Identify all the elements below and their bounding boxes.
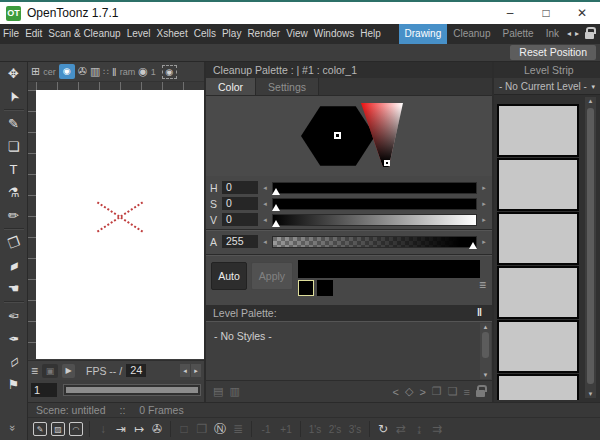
step-2s-button[interactable]: 2's [327,424,343,435]
scroll-up-icon[interactable]: ▲ [480,324,491,330]
reframe-icon[interactable]: ≣ [231,422,245,436]
freeze-palette-icon[interactable]: ‖ [477,305,482,321]
room-tab-ink[interactable]: Ink [540,24,565,44]
fps-decrease-button[interactable]: ◂ [180,364,190,377]
value-slider-track[interactable] [272,214,477,226]
previous-key-icon[interactable]: < [392,386,398,398]
camera-capture-icon[interactable]: ✇ [150,422,164,436]
level-strip-frame[interactable] [497,158,579,211]
menu-item-cells[interactable]: Cells [191,24,219,44]
save-palette-as-icon[interactable]: ▥ [229,385,239,398]
scroll-up-icon[interactable]: ▲ [585,98,596,104]
save-preview-icon[interactable]: ▣ [42,364,58,378]
maximize-button[interactable]: □ [528,2,564,24]
loop-icon[interactable]: ↻ [376,422,390,436]
sub-camera-preview-button[interactable]: ◉ [162,65,177,79]
level-strip-title[interactable]: Level Strip [494,62,600,78]
current-frame-field[interactable]: 1 [31,383,57,397]
set-key-icon[interactable]: ◇ [405,385,413,398]
style-picker-tool-button[interactable]: ☚ [0,277,28,300]
alpha-value-field[interactable]: 255 [222,235,258,248]
fps-increase-button[interactable]: ▸ [191,364,201,377]
camera-view-icon[interactable]: ✇ [78,65,87,78]
level-strip-frame[interactable] [497,374,579,400]
level-strip-frame[interactable] [497,266,579,319]
minimize-button[interactable]: – [492,2,528,24]
menu-item-help[interactable]: Help [357,24,384,44]
hexagon-cursor-icon[interactable] [334,132,341,139]
menu-item-render[interactable]: Render [244,24,283,44]
menu-item-xsheet[interactable]: Xsheet [154,24,191,44]
preview-eye-icon[interactable]: ◉ [138,65,148,78]
animate-tool-button[interactable]: ✥ [0,62,28,85]
menu-item-file[interactable]: File [0,24,22,44]
saturation-slider-track[interactable] [272,198,477,210]
room-scroll-left-icon[interactable]: ◂ [565,24,573,44]
control-point-editor-tool-button[interactable]: ⚑ [0,373,28,396]
scrollbar-thumb[interactable] [587,108,594,384]
save-palette-icon[interactable]: ▤ [213,385,223,398]
menu-item-play[interactable]: Play [219,24,244,44]
save-all-icon[interactable]: ↓ [96,422,110,436]
brush-tool-button[interactable]: ✎ [0,112,28,135]
hue-slider-thumb[interactable] [272,188,280,195]
step-minus-one-button[interactable]: -1 [258,424,274,435]
hue-slider-track[interactable] [272,182,477,194]
level-strip-frame[interactable] [497,104,579,157]
next-key-icon[interactable]: > [419,386,425,398]
export-level-icon[interactable]: ↦ [132,422,146,436]
cleanup-palette-title[interactable]: Cleanup Palette : | #1 : color_1 [206,62,492,78]
ruler-tool-button[interactable]: ▱ [0,350,28,373]
play-button[interactable]: ▶ [62,364,75,378]
hue-increase-icon[interactable]: ▸ [480,184,488,192]
step-plus-one-button[interactable]: +1 [278,424,294,435]
current-level-dropdown[interactable]: - No Current Level - ▾ [494,78,600,95]
scroll-down-icon[interactable]: ▼ [585,391,596,397]
geometric-tool-button[interactable]: ❏ [0,135,28,158]
toolbar-expander-button[interactable]: » [10,422,16,434]
alpha-slider-track[interactable] [272,236,477,248]
menu-item-level[interactable]: Level [124,24,154,44]
saturation-increase-icon[interactable]: ▸ [480,200,488,208]
room-tab-cleanup[interactable]: Cleanup [447,24,496,44]
level-strip-frame[interactable] [497,320,579,373]
reset-position-button[interactable]: Reset Position [510,45,596,60]
level-palette-styles-area[interactable]: - No Styles - ▲ ▼ [206,321,492,380]
level-palette-header[interactable]: Level Palette: ‖ [206,305,492,321]
value-slider-thumb[interactable] [272,220,280,227]
alpha-increase-icon[interactable]: ▸ [480,238,488,246]
palette-gizmo-icon[interactable]: ≡ [464,386,470,398]
frame-slider-groove[interactable] [66,387,198,393]
room-tab-palette[interactable]: Palette [496,24,539,44]
table-view-icon[interactable]: ⊞ [31,65,40,78]
fill-tool-button[interactable]: ⚗ [0,181,28,204]
alpha-decrease-icon[interactable]: ◂ [261,238,269,246]
eraser-tool-button[interactable]: ❒ [0,231,28,254]
apply-button[interactable]: Apply [251,262,293,290]
value-value-field[interactable]: 0 [222,213,258,226]
drawing-canvas[interactable] [36,90,204,359]
step-3s-button[interactable]: 3's [347,424,363,435]
type-tool-button[interactable]: T [0,158,28,181]
menu-item-windows[interactable]: Windows [311,24,358,44]
styles-scrollbar[interactable]: ▲ ▼ [480,323,491,379]
new-vector-level-button[interactable]: ✎ [33,422,47,436]
random-icon[interactable]: ⇉ [430,422,444,436]
rgb-picker-tool-button[interactable]: ✑ [0,304,28,327]
duplicate-icon[interactable]: ❐ [195,422,209,436]
auto-input-cell-number-icon[interactable]: Ⓝ [213,421,227,438]
palette-lock-icon[interactable] [476,390,485,397]
room-tab-drawing[interactable]: Drawing [399,24,448,44]
new-raster-level-button[interactable]: ◠ [69,422,83,436]
saturation-value-field[interactable]: 0 [222,197,258,210]
swing-icon[interactable]: ↨ [412,422,426,436]
titlebar[interactable]: OT OpenToonz 1.7.1 – □ ✕ [0,2,600,24]
tab-settings[interactable]: Settings [256,78,319,95]
camstand-view-button[interactable]: ◉ [59,64,75,79]
alpha-slider-thumb[interactable] [469,242,477,249]
tape-tool-button[interactable]: ▰ [0,254,28,277]
auto-button[interactable]: Auto [211,262,247,290]
close-button[interactable]: ✕ [564,2,600,24]
frame-slider[interactable] [63,384,201,396]
menu-item-scan-cleanup[interactable]: Scan & Cleanup [45,24,123,44]
